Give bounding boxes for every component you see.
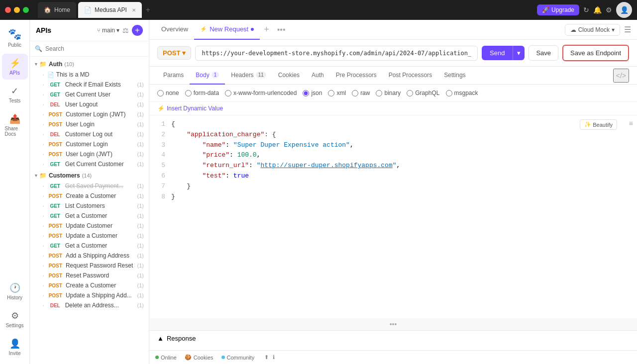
body-type-binary[interactable]: binary xyxy=(376,90,401,96)
list-item[interactable]: › POST Create a Customer (1) xyxy=(30,191,149,201)
body-type-none[interactable]: none xyxy=(157,90,179,96)
lines-icon-button[interactable]: ≡ xyxy=(629,119,633,127)
send-dropdown-button[interactable]: ▾ xyxy=(513,46,525,60)
list-item[interactable]: › GET Check if Email Exists (1) xyxy=(30,80,149,90)
method-select[interactable]: POST ▾ xyxy=(157,46,191,60)
method-badge: POST xyxy=(47,253,64,259)
sidebar-item-settings[interactable]: ⚙ Settings xyxy=(2,306,28,332)
body-type-raw-radio[interactable] xyxy=(352,90,358,96)
add-tab-button[interactable]: + xyxy=(260,24,273,35)
list-item[interactable]: › 📄 This is a MD xyxy=(30,70,149,80)
tab-params[interactable]: Params xyxy=(157,67,190,85)
bell-button[interactable]: 🔔 xyxy=(593,6,602,14)
list-item[interactable]: › DEL User Logout (1) xyxy=(30,99,149,109)
tab-settings[interactable]: Settings xyxy=(438,67,471,85)
list-item[interactable]: › DEL Customer Log out (1) xyxy=(30,129,149,139)
customers-group-header[interactable]: ▾ 📁 Customers (14) xyxy=(30,170,149,181)
search-input[interactable] xyxy=(45,45,144,52)
list-item[interactable]: › GET Get Saved Payment... (1) xyxy=(30,181,149,191)
code-editor[interactable]: ✨ Beautify ≡ 1 { 2 "application_charge":… xyxy=(149,115,637,318)
body-type-xml-radio[interactable] xyxy=(328,90,334,96)
body-type-msgpack-radio[interactable] xyxy=(446,90,452,96)
sidebar-item-public[interactable]: 🐾 Public xyxy=(2,24,28,52)
save-endpoint-button[interactable]: Save as Endpoint xyxy=(562,45,629,61)
avatar[interactable]: 👤 xyxy=(616,2,632,18)
close-traffic-light[interactable] xyxy=(5,7,11,13)
list-item[interactable]: › POST Update a Customer (1) xyxy=(30,231,149,241)
list-item[interactable]: › GET Get a Customer (1) xyxy=(30,241,149,251)
response-header[interactable]: ▲ Response xyxy=(157,331,629,346)
upload-icon[interactable]: ⬆ xyxy=(264,354,269,361)
send-button[interactable]: Send xyxy=(482,46,513,60)
body-type-urlencoded[interactable]: x-www-form-urlencoded xyxy=(225,90,297,96)
sidebar-item-tests[interactable]: ✓ Tests xyxy=(2,82,28,107)
resize-handle[interactable]: ••• xyxy=(149,318,637,330)
item-count: (1) xyxy=(137,131,144,137)
body-type-form-data-radio[interactable] xyxy=(185,90,192,96)
body-type-urlencoded-radio[interactable] xyxy=(225,90,231,96)
cloud-mock-button[interactable]: ☁ Cloud Mock ▾ xyxy=(565,24,620,36)
body-type-json-radio[interactable] xyxy=(303,90,309,96)
body-type-binary-radio[interactable] xyxy=(376,90,382,96)
minimize-traffic-light[interactable] xyxy=(14,7,20,13)
hamburger-button[interactable]: ☰ xyxy=(624,25,631,34)
refresh-button[interactable]: ↻ xyxy=(583,6,589,14)
item-label: Update Customer xyxy=(66,222,135,229)
medusa-tab[interactable]: 📄 Medusa API ✕ xyxy=(78,2,142,18)
tab-body[interactable]: Body 1 xyxy=(190,67,225,85)
body-type-json[interactable]: json xyxy=(303,90,322,96)
info-icon[interactable]: ℹ xyxy=(273,354,275,361)
list-item[interactable]: › GET Get a Customer (1) xyxy=(30,211,149,221)
medusa-tab-close[interactable]: ✕ xyxy=(132,7,136,13)
body-type-xml[interactable]: xml xyxy=(328,90,346,96)
home-tab[interactable]: 🏠 Home xyxy=(38,2,76,18)
body-type-msgpack[interactable]: msgpack xyxy=(446,90,478,96)
list-item[interactable]: › POST Reset Password (1) xyxy=(30,271,149,280)
more-tabs-button[interactable]: ••• xyxy=(273,25,290,34)
branch-select[interactable]: ⑂ main ▾ xyxy=(97,27,119,34)
settings-icon-button[interactable]: ⚙ xyxy=(606,6,612,14)
list-item[interactable]: › GET Get Current Customer (1) xyxy=(30,159,149,169)
save-button[interactable]: Save xyxy=(529,45,558,61)
status-community[interactable]: Community xyxy=(221,355,255,361)
url-input[interactable] xyxy=(195,46,478,61)
list-item[interactable]: › POST Update a Shipping Add... (1) xyxy=(30,290,149,300)
list-item[interactable]: › GET Get Current User (1) xyxy=(30,90,149,99)
tab-auth[interactable]: Auth xyxy=(306,67,330,85)
insert-dynamic-bar[interactable]: ⚡ Insert Dynamic Value xyxy=(149,102,637,115)
auth-group-header[interactable]: ▾ 📁 Auth (10) xyxy=(30,59,149,70)
list-item[interactable]: › POST User Login (JWT) (1) xyxy=(30,149,149,159)
tab-cookies[interactable]: Cookies xyxy=(272,67,306,85)
list-item[interactable]: › POST Request Password Reset (1) xyxy=(30,261,149,271)
list-item[interactable]: › POST Update Customer (1) xyxy=(30,221,149,231)
code-view-button[interactable]: </> xyxy=(613,69,629,83)
tab-overview[interactable]: Overview xyxy=(155,20,194,40)
filter-button[interactable]: ⚖ xyxy=(122,26,129,34)
list-item[interactable]: › POST Customer Login (1) xyxy=(30,139,149,149)
add-api-button[interactable]: + xyxy=(132,25,143,36)
sidebar-item-share[interactable]: 📤 Share Docs xyxy=(2,109,28,141)
list-item[interactable]: › POST Create a Customer (1) xyxy=(30,280,149,290)
tab-pre-processors[interactable]: Pre Processors xyxy=(330,67,383,85)
list-item[interactable]: › DEL Delete an Address... (1) xyxy=(30,300,149,310)
tab-new-request[interactable]: ⚡ New Request xyxy=(194,20,260,40)
sidebar-item-apis[interactable]: ⚡ APIs xyxy=(2,54,28,80)
tab-post-processors[interactable]: Post Processors xyxy=(383,67,438,85)
body-type-none-radio[interactable] xyxy=(157,90,164,96)
list-item[interactable]: › GET List Customers (1) xyxy=(30,201,149,211)
beautify-button[interactable]: ✨ Beautify xyxy=(580,119,617,130)
tab-headers[interactable]: Headers 11 xyxy=(225,67,272,85)
maximize-traffic-light[interactable] xyxy=(23,7,29,13)
body-type-raw[interactable]: raw xyxy=(352,90,370,96)
list-item[interactable]: › POST User Login (1) xyxy=(30,119,149,129)
body-type-form-data[interactable]: form-data xyxy=(185,90,219,96)
sidebar-item-invite[interactable]: 👤 Invite xyxy=(2,334,28,360)
list-item[interactable]: › POST Add a Shipping Address (1) xyxy=(30,251,149,261)
body-type-graphql[interactable]: GraphQL xyxy=(407,90,439,96)
new-tab-button[interactable]: + xyxy=(146,5,150,14)
body-type-graphql-radio[interactable] xyxy=(407,90,413,96)
status-cookies[interactable]: 🍪 Cookies xyxy=(185,354,213,361)
sidebar-item-history[interactable]: 🕐 History xyxy=(2,278,28,304)
list-item[interactable]: › POST Customer Login (JWT) (1) xyxy=(30,109,149,119)
upgrade-button[interactable]: 🚀 Upgrade xyxy=(537,4,579,15)
